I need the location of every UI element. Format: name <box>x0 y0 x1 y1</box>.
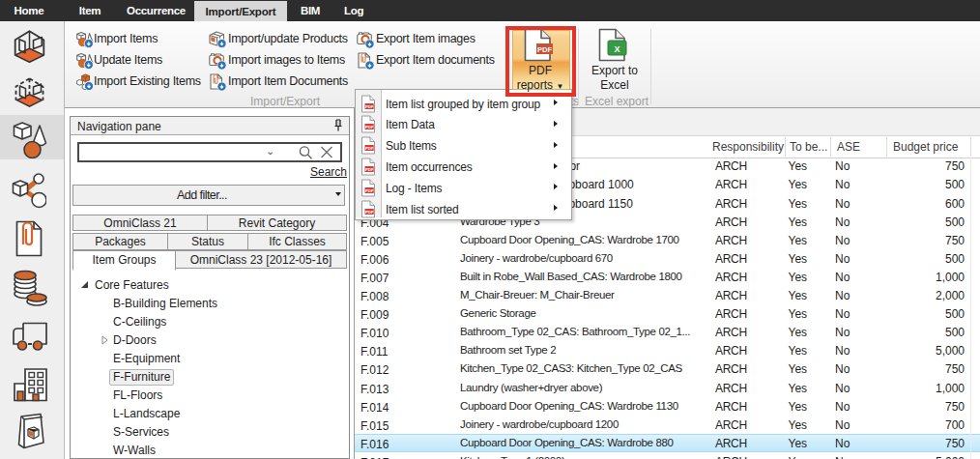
svg-text:PDF: PDF <box>365 167 374 172</box>
svg-text:PDF: PDF <box>365 209 374 214</box>
svg-text:PDF: PDF <box>365 146 374 151</box>
svg-text:PDF: PDF <box>365 125 374 129</box>
svg-text:PDF: PDF <box>365 103 374 108</box>
svg-text:X: X <box>614 44 620 54</box>
svg-text:PDF: PDF <box>365 188 374 193</box>
